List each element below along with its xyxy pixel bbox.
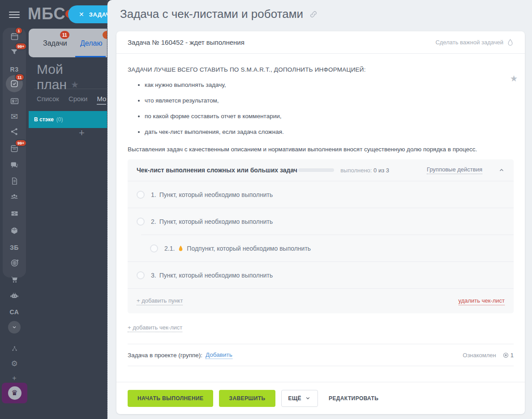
crown-circle: ♛ bbox=[8, 386, 21, 400]
checklist-item-row: 2.Пункт, который необходимо выполнить bbox=[128, 208, 514, 235]
tab-doing[interactable]: Делаю bbox=[80, 39, 102, 47]
document-icon bbox=[10, 177, 19, 185]
tab-doing-badge bbox=[103, 31, 107, 39]
premium-button[interactable]: ♛ bbox=[2, 383, 27, 403]
r3-label: R3 bbox=[10, 66, 19, 73]
tasks-nav-active[interactable]: 11 bbox=[0, 75, 29, 92]
active-tab-underline bbox=[75, 56, 106, 57]
mail-nav[interactable]: ✉ bbox=[0, 111, 29, 122]
main-content: Задача с чек-листами и роботами Задача №… bbox=[107, 0, 532, 419]
zb-nav[interactable]: ЗБ bbox=[0, 242, 29, 253]
checkbox-circle[interactable] bbox=[150, 244, 158, 252]
goals-nav[interactable] bbox=[0, 257, 29, 269]
start-execution-button[interactable]: НАЧАТЬ ВЫПОЛНЕНИЕ bbox=[128, 390, 213, 407]
calendar-nav[interactable]: 1 bbox=[0, 30, 29, 42]
subtab-deadlines[interactable]: Сроки bbox=[69, 95, 87, 105]
checklist-header: Чек-лист выполнения сложных или больших … bbox=[128, 159, 514, 181]
mail-icon: ✉ bbox=[11, 112, 18, 121]
acknowledged-label: Ознакомлен bbox=[463, 352, 496, 359]
task-actions-bar: НАЧАТЬ ВЫПОЛНЕНИЕ ЗАВЕРШИТЬ ЕЩЁ РЕДАКТИР… bbox=[116, 382, 525, 414]
checklist-title: Чек-лист выполнения сложных или больших … bbox=[137, 167, 297, 174]
checkbox-circle[interactable] bbox=[137, 218, 145, 226]
tabs-card: Задачи 11 Делаю bbox=[29, 29, 107, 57]
bullet-item: как нужно выполнять задачу, bbox=[145, 79, 514, 91]
add-item-link[interactable]: + добавить пункт bbox=[137, 297, 183, 305]
tab-tasks[interactable]: Задачи bbox=[43, 39, 67, 47]
bullet-item: дать чек-лист выполнения, если задача сл… bbox=[145, 126, 514, 138]
app-window: 1 99+ R3 11 ✉ 99+ bbox=[0, 0, 532, 419]
hamburger-icon bbox=[9, 10, 20, 20]
plus-icon: + bbox=[12, 375, 16, 382]
checklist-progress-bar bbox=[298, 168, 334, 172]
checklist-item-text: 1.Пункт, который необходимо выполнить bbox=[151, 191, 273, 198]
description-bullets: как нужно выполнять задачу, что является… bbox=[128, 79, 514, 138]
chat-nav[interactable] bbox=[0, 159, 29, 171]
more-button[interactable]: ЕЩЁ bbox=[281, 390, 318, 407]
cards-badge: 99+ bbox=[15, 139, 27, 147]
storage-nav[interactable] bbox=[0, 207, 29, 219]
share-nav[interactable] bbox=[0, 126, 29, 137]
views-counter: 1 bbox=[502, 352, 514, 359]
collapse-button[interactable] bbox=[0, 321, 29, 334]
drawer-icon bbox=[10, 209, 19, 218]
stack-group-header[interactable]: В стэке (0) bbox=[29, 111, 107, 128]
link-icon[interactable] bbox=[309, 10, 317, 18]
project-row: Задача в проекте (группе): Добавить Озна… bbox=[128, 344, 514, 366]
checkbox-circle[interactable] bbox=[137, 271, 145, 279]
integrations-nav[interactable] bbox=[0, 342, 29, 354]
project-add-link[interactable]: Добавить bbox=[206, 351, 232, 359]
gear-icon: ⚙ bbox=[11, 360, 17, 368]
checklist-subitem-row: 2.1.Подпункт, который необходимо выполни… bbox=[141, 235, 514, 261]
chevron-down-icon bbox=[305, 395, 311, 401]
cards-nav[interactable]: 99+ bbox=[0, 143, 29, 154]
contacts-nav[interactable] bbox=[0, 95, 29, 107]
subtab-my[interactable]: Мо bbox=[97, 95, 106, 105]
ca-nav[interactable]: СА bbox=[0, 306, 29, 318]
chevron-circle bbox=[8, 321, 21, 333]
docs-nav[interactable] bbox=[0, 175, 29, 187]
page-title: Задача с чек-листами и роботами bbox=[120, 7, 303, 21]
edit-button[interactable]: РЕДАКТИРОВАТЬ bbox=[329, 395, 378, 402]
add-task-plus[interactable]: + bbox=[79, 127, 85, 139]
filter-badge: 99+ bbox=[15, 43, 27, 50]
checkbox-circle[interactable] bbox=[137, 191, 145, 199]
cart-icon bbox=[10, 275, 19, 284]
checklist-footer: + добавить пункт удалить чек-лист bbox=[128, 288, 514, 313]
crown-icon: ♛ bbox=[11, 389, 17, 397]
settings-nav[interactable]: ⚙ bbox=[0, 358, 29, 369]
add-checklist-link[interactable]: + добавить чек-лист bbox=[128, 324, 182, 332]
menu-button[interactable] bbox=[0, 9, 29, 21]
share-network-icon bbox=[10, 127, 19, 136]
bot-nav[interactable] bbox=[0, 290, 29, 302]
id-card-icon bbox=[10, 96, 19, 106]
page-title-row: Задача с чек-листами и роботами bbox=[120, 7, 317, 21]
group-actions-link[interactable]: Групповые действия bbox=[427, 166, 482, 174]
panel-separator bbox=[34, 89, 107, 89]
bullet-item: по какой форме составить отчет в коммент… bbox=[145, 111, 514, 122]
subtab-list[interactable]: Список bbox=[37, 95, 59, 105]
close-icon[interactable]: ✕ bbox=[79, 11, 84, 17]
chevron-down-icon bbox=[12, 325, 17, 330]
acknowledged-group: Ознакомлен 1 bbox=[463, 352, 514, 359]
finish-button[interactable]: ЗАВЕРШИТЬ bbox=[219, 390, 275, 407]
favorite-task-star-icon[interactable]: ★ bbox=[510, 73, 518, 84]
box-nav[interactable] bbox=[0, 225, 29, 236]
filter-nav[interactable]: 99+ bbox=[0, 46, 29, 58]
make-important-button[interactable]: Сделать важной задачей bbox=[435, 38, 514, 47]
delete-checklist-link[interactable]: удалить чек-лист bbox=[459, 297, 505, 305]
task-card-header: Задача № 160452 - ждет выполнения Сделат… bbox=[116, 31, 525, 54]
task-card-body: ★ ЗАДАЧИ ЛУЧШЕ ВСЕГО СТАВИТЬ ПО S.M.A.R.… bbox=[116, 66, 525, 366]
checklist-item-text: 2.Пункт, который необходимо выполнить bbox=[151, 218, 273, 225]
stack-count: (0) bbox=[56, 116, 63, 123]
checklist-item-text: 2.1.Подпункт, который необходимо выполни… bbox=[164, 245, 311, 252]
eye-icon bbox=[502, 352, 509, 359]
cart-nav[interactable] bbox=[0, 274, 29, 285]
collapse-checklist-button[interactable] bbox=[498, 167, 505, 173]
checklist-progress-text: выполнено: 0 из 3 bbox=[340, 167, 389, 174]
r3-nav[interactable]: R3 bbox=[0, 64, 29, 75]
checklist-item-row: 3.Пункт, который необходимо выполнить bbox=[128, 261, 514, 288]
favorite-star-icon[interactable]: ★ bbox=[71, 80, 79, 90]
people-nav[interactable] bbox=[0, 191, 29, 202]
flame-icon bbox=[507, 38, 514, 47]
checklist-block: Чек-лист выполнения сложных или больших … bbox=[128, 159, 514, 313]
